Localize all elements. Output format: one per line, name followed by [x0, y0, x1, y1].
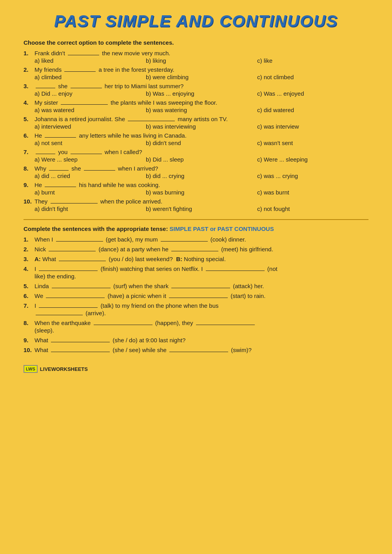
fq3-num: 3. — [24, 256, 34, 262]
fill-question-1: 1. When I (get back), my mum (cook) dinn… — [24, 236, 368, 243]
q3-opt-c: c) Was ... enjoyed — [257, 90, 368, 97]
q10-num: 10. — [24, 198, 34, 205]
q1-opt-b: b) liking — [146, 57, 257, 64]
fill-question-6: 6. We (have) a picnic when it (start) to… — [24, 292, 368, 299]
fq7-text: I (talk) to my friend on the phone when … — [34, 302, 219, 309]
q2-opt-a: a) climbed — [34, 74, 146, 80]
q9-num: 9. — [24, 182, 34, 188]
fq4-text: I (finish) watching that series on Netfl… — [34, 265, 278, 272]
q9-opt-b: b) was burning — [146, 189, 257, 196]
q10-opt-b: b) weren't fighting — [146, 205, 257, 212]
q6-opt-b: b) didn't send — [146, 140, 257, 146]
q2-text: My friends a tree in the forest yesterda… — [34, 66, 368, 73]
q5-opt-c: c) was interview — [257, 123, 368, 130]
fq8-text: When the earthquake (happen), they — [34, 320, 256, 326]
question-4: 4. My sister the plants while I was swee… — [24, 99, 368, 113]
question-8: 8. Why she when I arrived? a) did ... cr… — [24, 165, 368, 179]
section2-instruction-highlight: SIMPLE PAST or PAST CONTINUOUS — [170, 225, 274, 232]
q8-opt-c: c) was ... crying — [257, 173, 368, 179]
question-1: 1. Frank didn't the new movie very much.… — [24, 50, 368, 64]
q3-num: 3. — [24, 83, 34, 89]
fq9-text: What (she / do) at 9:00 last night? — [34, 337, 185, 343]
fill-question-9: 9. What (she / do) at 9:00 last night? — [24, 337, 368, 343]
q8-text: Why she when I arrived? — [34, 165, 368, 172]
fq4-continuation: like) the ending. — [34, 273, 368, 280]
q2-num: 2. — [24, 66, 34, 73]
fq10-text: What (she / see) while she (swim)? — [34, 347, 252, 353]
q4-num: 4. — [24, 99, 34, 106]
question-6: 6. He any letters while he was living in… — [24, 132, 368, 146]
q8-opt-b: b) did ... crying — [146, 173, 257, 179]
q4-text: My sister the plants while I was sweepin… — [34, 99, 368, 106]
fq5-num: 5. — [24, 283, 34, 289]
q6-opt-a: a) not sent — [34, 140, 146, 146]
q2-opt-b: b) were climbing — [146, 74, 257, 80]
q1-opt-a: a) liked — [34, 57, 146, 64]
fq4-num: 4. — [24, 265, 34, 272]
q5-opt-a: a) interviewed — [34, 123, 146, 130]
q10-text: They when the police arrived. — [34, 198, 368, 205]
fq6-num: 6. — [24, 292, 34, 299]
fill-question-3: 3. A: What (you / do) last weekend? B: N… — [24, 256, 368, 262]
page-title: PAST SIMPLE AND CONTINUOUS — [24, 12, 368, 31]
fq8-num: 8. — [24, 320, 34, 326]
logo-bar: LWS LIVEWORKSHEETS — [24, 365, 368, 373]
q5-text: Johanna is a retired journalist. She man… — [34, 116, 368, 122]
fq7-continuation: (arrive). — [34, 310, 368, 316]
q9-opt-a: a) burnt — [34, 189, 146, 196]
section1-instruction: Choose the correct option to complete th… — [24, 39, 368, 46]
fill-question-5: 5. Linda (surf) when the shark (attack) … — [24, 283, 368, 289]
question-2: 2. My friends a tree in the forest yeste… — [24, 66, 368, 80]
q6-num: 6. — [24, 132, 34, 139]
q5-opt-b: b) was interviewing — [146, 123, 257, 130]
fq1-num: 1. — [24, 236, 34, 243]
fq8-continuation: (sleep). — [34, 327, 368, 334]
fq3-text: A: What (you / do) last weekend? B: Noth… — [34, 256, 226, 262]
q1-text: Frank didn't the new movie very much. — [34, 50, 368, 56]
q3-text: she her trip to Miami last summer? — [34, 83, 368, 89]
fq2-text: Nick (dance) at a party when he (meet) h… — [34, 246, 273, 252]
section2-instruction: Complete the sentences with the appropri… — [24, 225, 368, 232]
q10-opt-c: c) not fought — [257, 205, 368, 212]
fq9-num: 9. — [24, 337, 34, 343]
q7-opt-c: c) Were ... sleeping — [257, 156, 368, 163]
question-9: 9. He his hand while he was cooking. a) … — [24, 182, 368, 196]
question-3: 3. she her trip to Miami last summer? a)… — [24, 83, 368, 97]
q1-opt-c: c) like — [257, 57, 368, 64]
q3-opt-a: a) Did ... enjoy — [34, 90, 146, 97]
fq6-text: We (have) a picnic when it (start) to ra… — [34, 292, 265, 299]
q6-opt-c: c) wasn't sent — [257, 140, 368, 146]
q7-text: you when I called? — [34, 149, 368, 155]
question-10: 10. They when the police arrived. a) did… — [24, 198, 368, 212]
fq10-num: 10. — [24, 347, 34, 353]
q1-num: 1. — [24, 50, 34, 56]
q6-text: He any letters while he was living in Ca… — [34, 132, 368, 139]
fq1-text: When I (get back), my mum (cook) dinner. — [34, 236, 246, 243]
q4-opt-c: c) did watered — [257, 107, 368, 113]
q9-opt-c: c) was burnt — [257, 189, 368, 196]
q8-opt-a: a) did ... cried — [34, 173, 146, 179]
fill-question-8: 8. When the earthquake (happen), they (s… — [24, 320, 368, 334]
fill-question-10: 10. What (she / see) while she (swim)? — [24, 347, 368, 353]
q3-opt-b: b) Was ... enjoying — [146, 90, 257, 97]
q8-num: 8. — [24, 165, 34, 172]
fill-question-2: 2. Nick (dance) at a party when he (meet… — [24, 246, 368, 252]
fq5-text: Linda (surf) when the shark (attack) her… — [34, 283, 264, 289]
q9-text: He his hand while he was cooking. — [34, 182, 368, 188]
fill-question-7: 7. I (talk) to my friend on the phone wh… — [24, 302, 368, 316]
q4-opt-b: b) was watering — [146, 107, 257, 113]
q5-num: 5. — [24, 116, 34, 122]
q2-opt-c: c) not climbed — [257, 74, 368, 80]
q7-num: 7. — [24, 149, 34, 155]
fill-question-4: 4. I (finish) watching that series on Ne… — [24, 265, 368, 280]
logo-site-text: LIVEWORKSHEETS — [40, 366, 88, 372]
q4-opt-a: a) was watered — [34, 107, 146, 113]
logo-icon: LWS — [24, 365, 38, 373]
q7-opt-a: a) Were ... sleep — [34, 156, 146, 163]
question-5: 5. Johanna is a retired journalist. She … — [24, 116, 368, 130]
fq2-num: 2. — [24, 246, 34, 252]
q10-opt-a: a) didn't fight — [34, 205, 146, 212]
logo-box-text: LWS — [26, 367, 35, 371]
q7-opt-b: b) Did ... sleep — [146, 156, 257, 163]
question-7: 7. you when I called? a) Were ... sleep … — [24, 149, 368, 163]
